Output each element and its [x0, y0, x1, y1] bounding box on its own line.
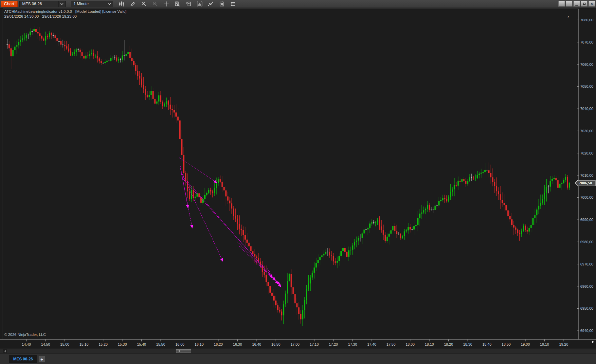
candle-body — [527, 230, 528, 232]
time-axis-label[interactable]: 17:00 — [291, 342, 300, 346]
time-axis-label[interactable]: 19:20 — [559, 342, 569, 346]
zoom-in-icon[interactable] — [140, 1, 148, 7]
price-axis-label[interactable]: 6970,00 — [580, 262, 593, 266]
chart-style-icon[interactable] — [118, 1, 125, 7]
candle-body — [39, 33, 41, 36]
candle-body — [467, 181, 468, 184]
price-axis-label[interactable]: 7060,00 — [580, 63, 593, 66]
price-axis-label[interactable]: 7000,00 — [580, 195, 593, 199]
maximize-button[interactable] — [581, 1, 587, 7]
indicators-icon[interactable] — [196, 1, 203, 7]
grip-icon — [178, 350, 178, 352]
data-box-icon[interactable] — [174, 1, 181, 7]
price-axis-label[interactable]: 6990,00 — [580, 218, 593, 222]
time-axis-label[interactable]: 14:40 — [22, 342, 31, 346]
price-axis-label[interactable]: 6980,00 — [580, 240, 593, 244]
dock-icon[interactable] — [566, 1, 572, 7]
candle-body — [448, 197, 449, 201]
time-axis-label[interactable]: 14:50 — [41, 342, 50, 346]
horizontal-scrollbar[interactable] — [0, 348, 596, 354]
time-axis-label[interactable]: 16:30 — [233, 342, 242, 346]
candle-body — [563, 180, 564, 183]
time-axis-label[interactable]: 17:50 — [387, 342, 396, 346]
candle-body — [293, 287, 294, 294]
price-axis-label[interactable]: 7050,00 — [580, 84, 593, 88]
price-axis-label[interactable]: 7020,00 — [580, 151, 593, 155]
price-axis-label[interactable]: 6940,00 — [580, 329, 593, 333]
time-axis-label[interactable]: 18:10 — [425, 342, 434, 346]
time-axis-label[interactable]: 15:40 — [137, 342, 146, 346]
time-axis-label[interactable]: 18:00 — [406, 342, 415, 346]
scrollbar-thumb[interactable] — [176, 349, 191, 353]
time-axis-label[interactable]: 16:00 — [175, 342, 185, 346]
chevron-down-icon[interactable] — [58, 1, 65, 7]
float-icon[interactable] — [558, 1, 565, 7]
minimize-button[interactable] — [573, 1, 580, 7]
candle-body — [100, 61, 102, 63]
candle-body — [55, 35, 56, 38]
time-axis-label[interactable]: 16:20 — [214, 342, 223, 346]
candle-body — [319, 257, 321, 260]
crosshair-icon[interactable] — [163, 1, 170, 7]
chart-trader-icon[interactable] — [185, 1, 192, 7]
time-axis-label[interactable]: 17:30 — [348, 342, 357, 346]
price-axis-label[interactable]: 7010,00 — [580, 173, 593, 177]
candle-body — [120, 59, 121, 60]
candle-body — [172, 109, 173, 110]
time-axis-label[interactable]: 15:50 — [156, 342, 165, 346]
instrument-dropdown[interactable]: MES 06-26 — [19, 1, 66, 7]
candle-body — [110, 58, 112, 61]
price-axis-label[interactable]: 6950,00 — [580, 306, 593, 310]
chart-menu-button[interactable]: Chart — [1, 1, 18, 7]
candle-body — [306, 289, 307, 300]
price-axis-label[interactable]: 7040,00 — [580, 107, 593, 111]
candle-body — [275, 300, 277, 305]
time-axis-label[interactable]: 15:10 — [80, 342, 89, 346]
time-axis-label[interactable]: 18:40 — [482, 342, 492, 346]
price-axis-label[interactable]: 7080,00 — [580, 18, 593, 22]
candle-body — [37, 32, 39, 33]
candlestick-chart-canvas[interactable]: 7080,007070,007060,007050,007040,007030,… — [0, 8, 596, 348]
time-axis-label[interactable]: 17:40 — [367, 342, 376, 346]
candle-body — [465, 181, 466, 184]
time-axis-label[interactable]: 15:30 — [118, 342, 127, 346]
candle-body — [488, 170, 490, 173]
time-axis-label[interactable]: 17:20 — [329, 342, 338, 346]
candle-body — [168, 101, 169, 104]
axis-nav-right-icon[interactable] — [592, 340, 594, 343]
candle-body — [302, 310, 303, 319]
time-axis-label[interactable]: 16:50 — [271, 342, 280, 346]
time-axis-label[interactable]: 19:00 — [521, 342, 530, 346]
price-axis-label[interactable]: 6960,00 — [580, 284, 593, 288]
candle-body — [356, 241, 357, 242]
price-axis-label[interactable]: 7030,00 — [580, 129, 593, 133]
time-axis-label[interactable]: 15:00 — [60, 342, 69, 346]
time-axis-label[interactable]: 18:20 — [444, 342, 453, 346]
candle-body — [338, 256, 340, 261]
time-axis-label[interactable]: 19:10 — [540, 342, 549, 346]
candle-body — [525, 226, 526, 230]
time-axis-label[interactable]: 16:10 — [195, 342, 204, 346]
add-tab-button[interactable]: + — [39, 356, 45, 362]
time-axis-label[interactable]: 17:10 — [310, 342, 319, 346]
scroll-left-button[interactable] — [3, 349, 7, 353]
interval-dropdown[interactable]: 1 Minute — [71, 1, 113, 7]
close-button[interactable]: × — [588, 1, 595, 7]
zoom-out-icon[interactable] — [152, 1, 159, 7]
chevron-down-icon[interactable] — [106, 1, 113, 7]
tab-mes-06-26[interactable]: MES 06-26 — [9, 355, 37, 363]
time-axis-label[interactable]: 18:50 — [502, 342, 511, 346]
time-axis-label[interactable]: 16:40 — [252, 342, 261, 346]
time-axis-label[interactable]: 15:20 — [99, 342, 108, 346]
lines-icon[interactable] — [207, 1, 214, 7]
properties-icon[interactable] — [229, 1, 237, 7]
price-axis-label[interactable]: 7070,00 — [580, 40, 593, 44]
drawing-tools-icon[interactable] — [129, 1, 136, 7]
candle-body — [438, 201, 440, 206]
candle-body — [298, 307, 299, 314]
strategies-icon[interactable] — [218, 1, 226, 7]
candle-body — [279, 310, 280, 312]
candle-body — [479, 173, 480, 175]
time-axis-label[interactable]: 18:30 — [463, 342, 472, 346]
autoscroll-arrow-icon[interactable]: → — [563, 11, 570, 20]
